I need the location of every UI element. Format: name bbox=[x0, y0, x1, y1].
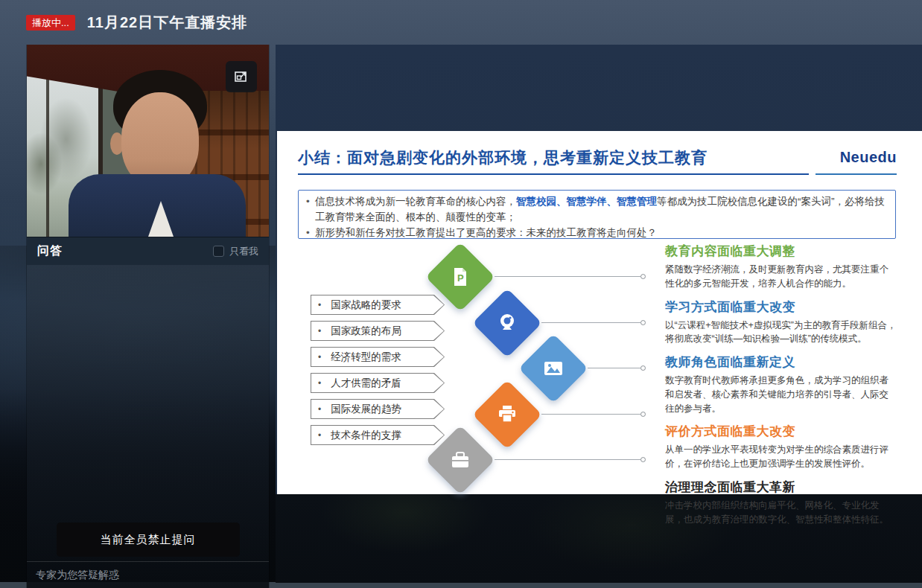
picture-icon bbox=[529, 344, 578, 393]
connector-line bbox=[541, 414, 640, 415]
slide-section: 学习方式面临重大改变 以“云课程+智能技术+虚拟现实”为主的教育手段新组合，将彻… bbox=[665, 298, 897, 347]
factor-arrow-item: 技术条件的支撑 bbox=[311, 425, 445, 445]
title-underline bbox=[298, 173, 809, 175]
qa-footer-text: 专家为您答疑解惑 bbox=[27, 561, 269, 588]
left-panel: 问答 只看我 当前全员禁止提问 专家为您答疑解惑 bbox=[26, 45, 270, 588]
slide-section: 治理理念面临重大革新 冲击学校内部组织结构向扁平化、网格化、专业化发展，也成为教… bbox=[665, 479, 897, 527]
factor-label: 经济转型的需求 bbox=[311, 348, 444, 366]
section-body: 数字教育时代教师将承担更多角色，成为学习的组织者和启发者、核心素养和关键能力培养… bbox=[665, 374, 897, 415]
factor-label: 人才供需的矛盾 bbox=[311, 374, 444, 392]
printer-icon bbox=[483, 390, 532, 439]
section-body: 紧随数字经济潮流，及时更新教育内容，尤其要注重个性化的多元智能开发，培养人机合作… bbox=[665, 263, 897, 291]
connector-line bbox=[588, 368, 640, 368]
section-heading: 教育内容面临重大调整 bbox=[665, 243, 897, 260]
factor-list: 国家战略的要求 国家政策的布局 经济转型的需求 人才供需的矛盾 bbox=[311, 295, 445, 445]
section-body: 冲击学校内部组织结构向扁平化、网格化、专业化发展，也成为教育治理的数字化、智慧性… bbox=[665, 499, 897, 527]
factor-arrow-item: 人才供需的矛盾 bbox=[311, 373, 445, 393]
logo-underline bbox=[816, 173, 897, 175]
connector-line bbox=[495, 276, 640, 277]
section-heading: 评价方式面临重大改变 bbox=[665, 423, 897, 440]
section-body: 从单一的学业水平表现转变为对学生的综合素质进行评价，在评价结论上也更加强调学生的… bbox=[665, 443, 897, 471]
slide-section: 教育内容面临重大调整 紧随数字经济潮流，及时更新教育内容，尤其要注重个性化的多元… bbox=[665, 243, 897, 291]
presenter-video bbox=[27, 45, 269, 237]
expand-video-button[interactable] bbox=[226, 61, 257, 92]
diamond-governance bbox=[425, 425, 495, 494]
briefcase-icon bbox=[436, 435, 485, 485]
mute-all-status-button[interactable]: 当前全员禁止提问 bbox=[57, 523, 240, 557]
factor-arrow-item: 国际发展的趋势 bbox=[311, 399, 445, 419]
webcam-icon bbox=[483, 298, 532, 348]
slide-section: 评价方式面临重大改变 从单一的学业水平表现转变为对学生的综合素质进行评价，在评价… bbox=[665, 423, 897, 471]
status-badge: 播放中... bbox=[26, 15, 75, 31]
section-heading: 学习方式面临重大改变 bbox=[665, 298, 897, 316]
svg-text:P: P bbox=[457, 272, 464, 284]
slide: 小结：面对急剧变化的外部环境，思考重新定义技工教育 Neuedu 信息技术将成为… bbox=[277, 131, 922, 494]
only-me-checkbox[interactable] bbox=[213, 246, 224, 257]
section-heading: 教师角色面临重新定义 bbox=[665, 354, 897, 371]
only-me-label: 只看我 bbox=[229, 245, 258, 258]
slide-title: 小结：面对急剧变化的外部环境，思考重新定义技工教育 bbox=[298, 147, 708, 168]
section-list: 教育内容面临重大调整 紧随数字经济潮流，及时更新教育内容，尤其要注重个性化的多元… bbox=[665, 243, 897, 534]
factor-arrow-item: 经济转型的需求 bbox=[311, 347, 445, 367]
top-bar: 播放中... 11月22日下午直播安排 bbox=[0, 0, 922, 45]
section-heading: 治理理念面临重大革新 bbox=[665, 479, 897, 496]
qa-title: 问答 bbox=[37, 243, 63, 259]
page-title: 11月22日下午直播安排 bbox=[87, 13, 247, 33]
factor-label: 技术条件的支撑 bbox=[311, 426, 444, 444]
connector-line bbox=[495, 459, 640, 460]
summary-bullet: 信息技术将成为新一轮教育革命的核心内容，智慧校园、智慧学伴、智慧管理等都成为技工… bbox=[306, 194, 888, 226]
summary-box: 信息技术将成为新一轮教育革命的核心内容，智慧校园、智慧学伴、智慧管理等都成为技工… bbox=[298, 190, 896, 239]
factor-arrow-item: 国家政策的布局 bbox=[311, 321, 445, 341]
section-body: 以“云课程+智能技术+虚拟现实”为主的教育手段新组合，将彻底改变“训练—知识检验… bbox=[665, 319, 897, 347]
factor-label: 国家政策的布局 bbox=[311, 322, 444, 340]
summary-bullet: 新形势和新任务对技工教育提出了更高的要求：未来的技工教育将走向何处？ bbox=[306, 226, 888, 241]
slide-section: 教师角色面临重新定义 数字教育时代教师将承担更多角色，成为学习的组织者和启发者、… bbox=[665, 354, 897, 415]
factor-label: 国家战略的要求 bbox=[311, 295, 444, 314]
presentation-file-icon: P bbox=[436, 252, 485, 301]
factor-label: 国际发展的趋势 bbox=[311, 400, 444, 418]
qa-message-area: 当前全员禁止提问 专家为您答疑解惑 bbox=[27, 265, 269, 588]
expand-icon bbox=[234, 69, 249, 84]
neuedu-logo: Neuedu bbox=[840, 149, 897, 166]
connector-line bbox=[541, 322, 640, 323]
factor-arrow-item: 国家战略的要求 bbox=[311, 295, 445, 315]
presenter-face bbox=[121, 92, 199, 188]
presentation-area: 小结：面对急剧变化的外部环境，思考重新定义技工教育 Neuedu 信息技术将成为… bbox=[276, 45, 922, 583]
qa-header: 问答 只看我 bbox=[27, 237, 269, 265]
